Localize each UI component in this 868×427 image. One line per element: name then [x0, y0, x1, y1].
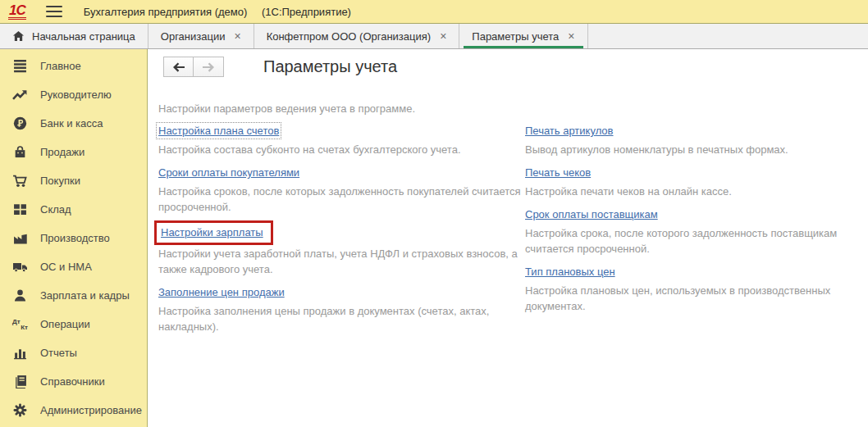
- sales-price-fill-link[interactable]: Заполнение цен продажи: [158, 286, 285, 298]
- content-area: Параметры учета Настройки параметров вед…: [148, 49, 868, 427]
- customer-payment-terms-link[interactable]: Сроки оплаты покупателями: [158, 166, 299, 179]
- tab-konfetprom-organization[interactable]: Конфетпром ООО (Организация) ×: [254, 24, 460, 48]
- sidebar-item-label: ОС и НМА: [40, 261, 92, 273]
- tab-accounting-parameters[interactable]: Параметры учета ×: [459, 24, 587, 48]
- sidebar-item-label: Отчеты: [40, 347, 77, 359]
- close-icon[interactable]: ×: [440, 30, 446, 42]
- sidebar-item-operations[interactable]: ДтКт Операции: [0, 310, 147, 338]
- bar-chart-icon: [12, 345, 28, 361]
- setting-salary-settings: Настройки зарплаты Настройки учета зараб…: [158, 224, 525, 277]
- sidebar-item-production[interactable]: Производство: [0, 224, 147, 252]
- setting-description: Настройка заполнения цены продажи в доку…: [158, 303, 525, 334]
- back-button[interactable]: [163, 57, 194, 77]
- books-icon: [12, 374, 28, 389]
- sidebar-item-label: Производство: [40, 232, 110, 244]
- sidebar-item-label: Продажи: [40, 146, 85, 158]
- tab-home[interactable]: Начальная страница: [0, 24, 148, 48]
- salary-settings-link[interactable]: Настройки зарплаты: [154, 220, 273, 245]
- ruble-coin-icon: [12, 116, 28, 131]
- tab-label: Организации: [161, 30, 226, 43]
- setting-description: Настройка печати чеков на онлайн кассе.: [525, 184, 868, 199]
- sidebar-item-label: Покупки: [40, 175, 80, 187]
- settings-column-right: Печать артикулов Вывод артикулов номенкл…: [525, 125, 868, 343]
- planned-price-type-link[interactable]: Тип плановых цен: [525, 266, 615, 278]
- sidebar-item-label: Банк и касса: [40, 117, 103, 129]
- sidebar-item-label: Руководителю: [40, 89, 112, 101]
- page-title: Параметры учета: [263, 57, 397, 76]
- sidebar-item-bank-and-cash[interactable]: Банк и касса: [0, 109, 147, 138]
- gear-icon: [12, 402, 28, 418]
- sidebar-item-label: Администрирование: [40, 404, 142, 416]
- page-subtitle: Настройки параметров ведения учета в про…: [158, 102, 868, 115]
- arrow-left-icon: [172, 62, 185, 72]
- supplier-payment-terms-link[interactable]: Срок оплаты поставщикам: [525, 208, 658, 220]
- window-title: Бухгалтерия предприятия (демо) (1С:Предп…: [84, 6, 351, 18]
- arrow-right-icon: [202, 62, 215, 72]
- person-icon: [12, 288, 28, 303]
- sidebar-item-sales[interactable]: Продажи: [0, 138, 147, 166]
- setting-description: Настройка сроков, после которых задолжен…: [158, 184, 525, 215]
- chart-of-accounts-link[interactable]: Настройка плана счетов: [158, 125, 279, 137]
- factory-icon: [12, 230, 28, 246]
- sidebar-item-label: Главное: [40, 60, 81, 72]
- grid-boxes-icon: [12, 202, 28, 217]
- setting-chart-of-accounts: Настройка плана счетов Настройка состава…: [158, 125, 525, 157]
- sidebar-item-salary-hr[interactable]: Зарплата и кадры: [0, 281, 147, 310]
- setting-description: Вывод артикулов номенклатуры в печатных …: [525, 142, 868, 157]
- setting-sales-price-fill: Заполнение цен продажи Настройка заполне…: [158, 286, 525, 334]
- sidebar-item-warehouse[interactable]: Склад: [0, 195, 147, 224]
- sidebar-item-fixed-assets[interactable]: ОС и НМА: [0, 252, 147, 281]
- sidebar-item-manager[interactable]: Руководителю: [0, 80, 147, 109]
- sidebar-item-purchases[interactable]: Покупки: [0, 166, 147, 195]
- setting-print-articles: Печать артикулов Вывод артикулов номенкл…: [525, 125, 868, 157]
- settings-column-left: Настройка плана счетов Настройка состава…: [158, 125, 525, 343]
- sidebar-item-directories[interactable]: Справочники: [0, 367, 147, 396]
- 1c-logo-icon[interactable]: 1С: [8, 4, 26, 20]
- setting-supplier-payment-terms: Срок оплаты поставщикам Настройка срока,…: [525, 208, 868, 257]
- setting-description: Настройка срока, после которого задолжен…: [525, 225, 868, 257]
- section-sidebar: Главное Руководителю Банк и касса Продаж…: [0, 49, 148, 427]
- tab-label: Начальная страница: [32, 30, 135, 43]
- sidebar-item-label: Зарплата и кадры: [40, 289, 130, 302]
- tab-label: Конфетпром ООО (Организация): [267, 30, 432, 43]
- tab-organizations[interactable]: Организации ×: [148, 24, 254, 48]
- sidebar-item-label: Справочники: [40, 375, 105, 388]
- print-receipts-link[interactable]: Печать чеков: [525, 166, 591, 179]
- hamburger-icon[interactable]: [46, 6, 62, 17]
- close-icon[interactable]: ×: [234, 30, 240, 42]
- cart-icon: [12, 173, 28, 189]
- sidebar-item-main[interactable]: Главное: [0, 52, 147, 80]
- app-title: Бухгалтерия предприятия (демо): [84, 6, 248, 18]
- setting-description: Настройка плановых цен, используемых в п…: [525, 283, 868, 314]
- home-icon: [12, 30, 25, 42]
- setting-print-receipts: Печать чеков Настройка печати чеков на о…: [525, 166, 868, 199]
- platform-title: (1С:Предприятие): [262, 6, 351, 18]
- title-bar: 1С Бухгалтерия предприятия (демо) (1С:Пр…: [0, 0, 868, 23]
- debit-credit-icon: ДтКт: [12, 316, 28, 332]
- forward-button[interactable]: [194, 57, 224, 77]
- setting-planned-price-type: Тип плановых цен Настройка плановых цен,…: [525, 266, 868, 314]
- sidebar-item-administration[interactable]: Администрирование: [0, 396, 147, 425]
- setting-description: Настройки учета заработной платы, учета …: [158, 246, 525, 277]
- setting-customer-payment-terms: Сроки оплаты покупателями Настройка срок…: [158, 166, 525, 215]
- truck-icon: [12, 259, 28, 275]
- main-menu-icon: [12, 58, 28, 74]
- sidebar-item-reports[interactable]: Отчеты: [0, 338, 147, 367]
- close-icon[interactable]: ×: [568, 30, 574, 42]
- print-articles-link[interactable]: Печать артикулов: [525, 125, 614, 137]
- trend-chart-icon: [12, 87, 28, 102]
- setting-description: Настройка состава субконто на счетах бух…: [158, 142, 525, 157]
- tab-label: Параметры учета: [472, 30, 559, 43]
- sidebar-item-label: Склад: [40, 203, 71, 216]
- tab-bar: Начальная страница Организации × Конфетп…: [0, 23, 868, 49]
- sidebar-item-label: Операции: [40, 318, 90, 330]
- history-nav: [163, 57, 224, 77]
- bag-icon: [12, 144, 28, 160]
